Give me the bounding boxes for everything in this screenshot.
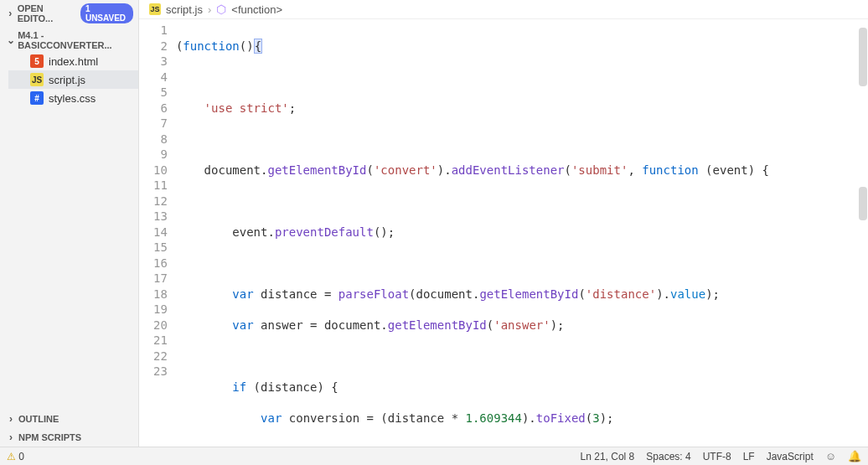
chevron-right-icon: › <box>5 413 17 425</box>
indentation-button[interactable]: Spaces: 4 <box>646 451 690 462</box>
npm-scripts-label: NPM SCRIPTS <box>18 432 81 442</box>
file-list: 5 index.html JS script.js # styles.css <box>0 52 138 107</box>
symbol-function-icon: ⬡ <box>216 3 226 16</box>
outline-label: OUTLINE <box>18 414 59 424</box>
chevron-right-icon: › <box>5 431 17 443</box>
chevron-down-icon: ⌄ <box>5 34 16 46</box>
breadcrumb[interactable]: JS script.js › ⬡ <function> <box>139 0 868 19</box>
html-icon: 5 <box>30 54 44 68</box>
warning-count: 0 <box>18 451 24 462</box>
cursor-position[interactable]: Ln 21, Col 8 <box>581 451 635 462</box>
breadcrumb-symbol: <function> <box>231 3 282 16</box>
notifications-icon[interactable]: 🔔 <box>848 450 861 462</box>
status-bar: ⚠ 0 Ln 21, Col 8 Spaces: 4 UTF-8 LF Java… <box>0 447 868 465</box>
project-header[interactable]: ⌄ M4.1 - BASICCONVERTER... <box>0 28 138 52</box>
file-item-styles-css[interactable]: # styles.css <box>8 89 138 107</box>
file-name: styles.css <box>49 92 96 105</box>
file-name: script.js <box>49 74 85 86</box>
scroll-thumb[interactable] <box>859 28 867 86</box>
line-gutter: 1 2 3 4 5 6 7 8 9 10 11 12 13 14 15 16 1… <box>139 19 176 447</box>
eol-button[interactable]: LF <box>743 451 755 462</box>
css-icon: # <box>30 91 44 105</box>
breadcrumb-file: script.js <box>166 3 203 16</box>
code-editor[interactable]: 1 2 3 4 5 6 7 8 9 10 11 12 13 14 15 16 1… <box>139 19 868 447</box>
encoding-button[interactable]: UTF-8 <box>703 451 731 462</box>
js-icon: JS <box>149 3 161 15</box>
open-editors-label: OPEN EDITO... <box>18 3 75 23</box>
scroll-thumb[interactable] <box>859 187 867 220</box>
file-item-index-html[interactable]: 5 index.html <box>8 52 138 70</box>
breadcrumb-separator-icon: › <box>208 3 211 16</box>
sidebar: › OPEN EDITO... 1 UNSAVED ⌄ M4.1 - BASIC… <box>0 0 139 447</box>
editor-area: JS script.js › ⬡ <function> 1 2 3 4 5 6 … <box>139 0 868 447</box>
file-name: index.html <box>49 55 98 68</box>
problems-button[interactable]: ⚠ 0 <box>7 451 24 462</box>
code-content[interactable]: (function(){ 'use strict'; document.getE… <box>176 19 868 447</box>
chevron-right-icon: › <box>5 8 16 19</box>
npm-scripts-header[interactable]: › NPM SCRIPTS <box>0 430 138 445</box>
file-item-script-js[interactable]: JS script.js <box>8 70 138 89</box>
feedback-icon[interactable]: ☺ <box>825 450 836 462</box>
unsaved-badge: 1 UNSAVED <box>80 3 133 23</box>
project-label: M4.1 - BASICCONVERTER... <box>18 30 133 50</box>
js-icon: JS <box>30 73 44 86</box>
open-editors-header[interactable]: › OPEN EDITO... 1 UNSAVED <box>0 2 138 25</box>
editor-scrollbar[interactable] <box>858 19 868 447</box>
warning-icon: ⚠ <box>7 451 16 462</box>
outline-header[interactable]: › OUTLINE <box>0 411 138 426</box>
language-mode-button[interactable]: JavaScript <box>767 451 814 462</box>
